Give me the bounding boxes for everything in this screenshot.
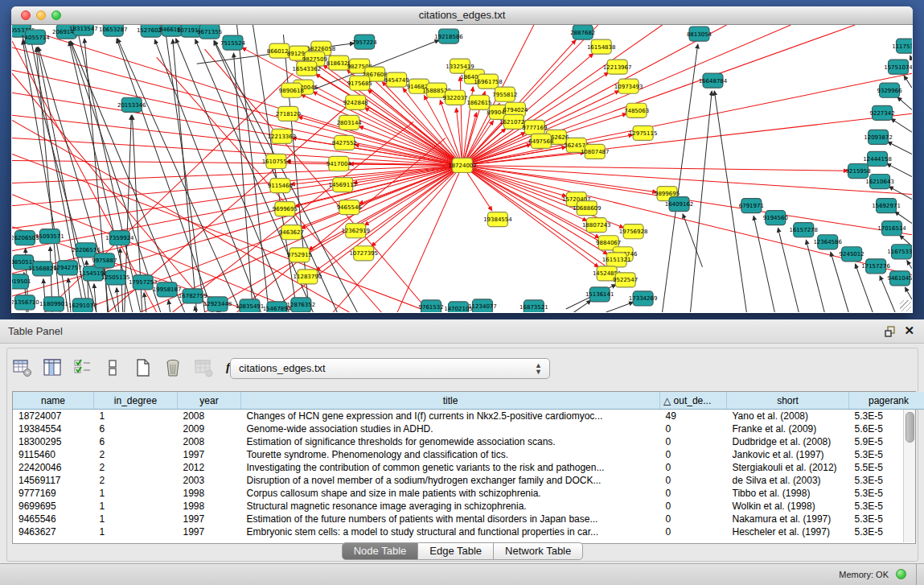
graph-node[interactable]: 10653287 [99,25,128,36]
table-cell[interactable]: 22420046 [13,461,94,474]
graph-node[interactable]: 20153346 [117,97,146,112]
table-cell[interactable]: 0 [660,525,727,538]
graph-node[interactable]: 10688609 [573,201,602,216]
graph-node[interactable]: 18807243 [582,218,611,233]
table-cell[interactable]: 6 [94,435,178,448]
graph-node[interactable]: 21356710 [12,295,39,310]
column-header-year[interactable]: year [178,392,241,410]
graph-node[interactable]: 12362919 [341,224,370,238]
table-cell[interactable]: 18300295 [13,435,94,448]
graph-node[interactable]: 18313547 [69,25,98,35]
table-cell[interactable]: 6 [94,422,178,435]
graph-node[interactable]: 11675334 [887,245,912,259]
table-cell[interactable]: Estimation of the future numbers of pati… [241,513,660,525]
graph-node[interactable]: 12364586 [813,235,842,249]
table-row[interactable]: 2242004622012Investigating the contribut… [13,461,924,474]
table-cell[interactable]: 2 [94,474,178,487]
column-header-name[interactable]: name [13,392,94,410]
column-header-short[interactable]: short [727,392,849,410]
table-cell[interactable]: 1 [94,410,178,423]
table-cell[interactable]: 2009 [178,422,241,435]
column-header-title[interactable]: title [241,392,660,410]
graph-node[interactable]: 16543362 [293,61,322,76]
graph-node[interactable]: 16291077 [68,299,97,312]
graph-node[interactable]: 12923448 [203,297,232,311]
graph-node[interactable]: 16107554 [262,154,291,168]
graph-node[interactable]: 2803144 [337,115,363,130]
graph-node[interactable]: 11234077 [468,299,497,312]
table-cell[interactable]: 14569117 [13,474,94,487]
table-cell[interactable]: Stergiakouli et al. (2012) [727,461,849,474]
graph-node[interactable]: 16873521 [519,300,548,312]
graph-node[interactable]: 14055714 [21,30,50,44]
graph-node[interactable]: 9115460 [268,179,293,193]
new-table-icon[interactable] [133,356,154,377]
table-cell[interactable]: de Silva et al. (2003) [727,474,849,487]
table-cell[interactable]: Jankovic et al. (1997) [727,448,849,461]
graph-node[interactable]: 9215958 [846,163,871,178]
graph-node[interactable]: 16961758 [474,74,503,89]
graph-node[interactable]: 9322037 [442,90,467,105]
table-row[interactable]: 1938455462009Genome-wide association stu… [13,422,924,435]
graph-node[interactable]: 8813054 [687,27,713,41]
graph-node[interactable]: 16648784 [699,73,728,88]
table-cell[interactable]: 2 [94,448,178,461]
table-cell[interactable]: 0 [660,422,727,435]
table-cell[interactable]: 9465546 [13,513,94,525]
table-cell[interactable]: 2008 [178,435,241,448]
graph-node[interactable]: 15093571 [35,229,64,244]
table-cell[interactable]: 18724007 [13,410,94,423]
table-cell[interactable]: 1 [94,487,178,500]
tab-edge-table[interactable]: Edge Table [418,542,494,560]
table-cell[interactable]: Tibbo et al. (1998) [727,487,849,500]
graph-node[interactable]: 12213967 [603,60,632,74]
graph-node[interactable]: 7955812 [492,87,517,101]
graph-node[interactable]: 6497568 [528,134,553,148]
table-cell[interactable]: Embryonic stem cells: a model to study s… [241,525,660,538]
table-row[interactable]: 1456911722003Disruption of a novel membe… [13,474,924,487]
graph-node[interactable]: 9975887 [92,253,117,268]
graph-node[interactable]: 1862615 [466,95,491,109]
table-cell[interactable]: Hescheler et al. (1997) [727,525,849,538]
table-cell[interactable]: 0 [660,487,727,500]
table-cell[interactable]: 1 [94,513,178,525]
graph-node[interactable]: 9890618 [279,83,304,97]
select-all-icon[interactable] [72,356,93,377]
table-cell[interactable]: 49 [660,410,727,423]
network-canvas[interactable]: 1872400786601238912954182260589827509165… [12,25,912,312]
graph-node[interactable]: 16210643 [865,175,894,189]
table-cell[interactable]: 2003 [178,474,241,487]
table-cell[interactable]: 9115460 [13,448,94,461]
network-window[interactable]: citations_edges.txt 18724007866012389129… [11,6,913,313]
tab-node-table[interactable]: Node Table [342,542,419,560]
table-cell[interactable]: Franke et al. (2009) [727,422,849,435]
graph-node[interactable]: 10835491 [236,299,265,312]
column-header-pagerank[interactable]: pagerank [849,392,924,410]
column-header-out_de[interactable]: △ out_de... [660,392,727,410]
table-cell[interactable]: Genome-wide association studies in ADHD. [241,422,660,435]
graph-node[interactable]: 9461045 [887,271,912,286]
table-cell[interactable]: 0 [660,435,727,448]
table-cell[interactable]: Disruption of a novel member of a sodium… [241,474,660,487]
graph-node[interactable]: 11283790 [294,270,322,284]
graph-node[interactable]: 8427552 [332,135,357,150]
graph-node[interactable]: 9242848 [343,95,368,109]
graph-node[interactable]: 2718120 [276,106,301,121]
graph-node[interactable]: 15136141 [585,287,614,302]
table-cell[interactable]: 1997 [178,513,241,525]
table-cell[interactable]: 1 [94,500,178,513]
table-cell[interactable]: 19384554 [13,422,94,435]
graph-node[interactable]: 17334269 [629,291,658,306]
graph-node[interactable]: 12942757 [53,261,82,275]
graph-node[interactable]: 9522547 [613,273,638,287]
window-titlebar[interactable]: citations_edges.txt [11,6,913,25]
graph-node[interactable]: 19384554 [483,212,512,227]
table-cell[interactable]: 2 [94,461,178,474]
graph-node[interactable]: 11175342 [892,39,912,53]
graph-node[interactable]: 9194560 [763,211,788,225]
unselect-rows-icon[interactable] [102,356,123,377]
table-cell[interactable]: Investigating the contribution of common… [241,461,660,474]
graph-node[interactable]: 9245012 [840,247,864,262]
table-cell[interactable]: 9463627 [13,525,94,538]
table-row[interactable]: 946554611997Estimation of the future num… [13,513,924,525]
